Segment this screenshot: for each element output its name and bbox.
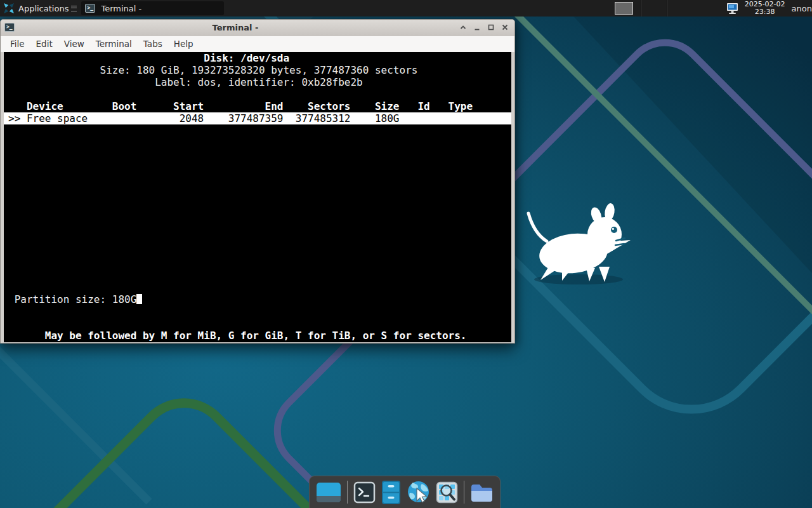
menu-help[interactable]: Help [168,36,199,52]
window-list-icon [71,6,77,11]
terminal-icon: >_ [4,23,15,32]
panel-clock[interactable]: 2025-02-02 23:38 [745,1,785,16]
clock-time: 23:38 [745,8,785,16]
web-browser-icon[interactable] [407,481,430,504]
top-panel: Applications >_ Terminal - 2025-02-02 23… [0,0,812,17]
file-cabinet-icon[interactable] [381,481,401,504]
terminal-icon: >_ [85,4,95,13]
maximize-button[interactable] [484,21,498,34]
cfdisk-label-line: Label: dos, identifier: 0xb28fbe2b [4,76,511,88]
cfdisk-disk-header: Disk: /dev/sda [4,52,511,64]
minimize-button[interactable] [470,21,484,34]
menu-edit[interactable]: Edit [30,36,58,52]
dock-separator [347,481,348,504]
menu-terminal[interactable]: Terminal [90,36,138,52]
menu-tabs[interactable]: Tabs [138,36,168,52]
application-finder-icon[interactable] [436,481,458,504]
menu-file[interactable]: File [4,36,30,52]
bottom-dock [309,476,501,508]
dock-separator [464,481,464,504]
workspace-pager[interactable] [615,2,633,15]
terminal-screen[interactable]: Disk: /dev/sda Size: 180 GiB, 1932735283… [4,52,511,342]
file-manager-folder-icon[interactable] [470,483,494,502]
cfdisk-help-line: May be followed by M for MiB, G for GiB,… [4,330,511,342]
cfdisk-selected-row[interactable]: >> Free space 2048 377487359 377485312 1… [4,112,511,124]
username-label: anon [792,4,812,13]
terminal-window: >_ Terminal - File Edit View Terminal Ta… [0,19,515,344]
shade-button[interactable] [456,21,470,34]
close-button[interactable] [498,21,512,34]
applications-menu-button[interactable]: Applications [0,0,79,17]
titlebar[interactable]: >_ Terminal - [1,20,514,36]
cfdisk-size-line: Size: 180 GiB, 193273528320 bytes, 37748… [4,64,511,76]
window-title: Terminal - [15,23,456,32]
cfdisk-prompt-line[interactable]: Partition size: 180G [4,293,511,305]
applications-label: Applications [18,4,69,13]
cfdisk-table-header: Device Boot Start End Sectors Size Id Ty… [4,100,511,112]
text-cursor [136,294,142,304]
taskbar-button-label: Terminal - [101,4,141,13]
menubar: File Edit View Terminal Tabs Help [1,36,514,52]
taskbar-terminal-button[interactable]: >_ Terminal - [81,1,224,15]
show-desktop-icon[interactable] [316,482,341,503]
terminal-launcher-icon[interactable] [353,481,376,504]
xubuntu-logo-icon [3,3,15,14]
display-tray-icon[interactable] [726,3,740,15]
menu-view[interactable]: View [58,36,90,52]
